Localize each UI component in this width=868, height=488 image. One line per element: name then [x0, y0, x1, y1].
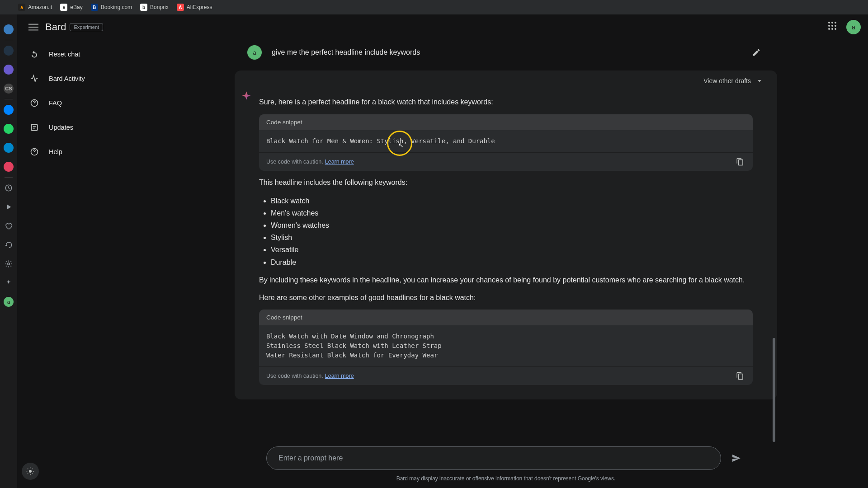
sidebar-item-label: Updates [49, 124, 73, 131]
view-other-drafts-button[interactable]: View other drafts [235, 70, 777, 88]
bard-spark-icon [240, 90, 253, 103]
keywords-list: Black watchMen's watchesWomen's watchesS… [271, 195, 753, 268]
disclaimer-text: Bard may display inaccurate or offensive… [396, 475, 616, 482]
code-content: Black Watch with Date Window and Chronog… [259, 325, 753, 366]
avatar[interactable]: a [846, 20, 861, 34]
sidebar-item-label: Bard Activity [49, 75, 85, 82]
svg-line-15 [28, 474, 28, 474]
bookmark-ebay[interactable]: eeBay [60, 4, 82, 11]
bookmark-aliexpress[interactable]: AAliExpress [177, 4, 212, 11]
keywords-intro: This headline includes the following key… [259, 177, 753, 188]
chevron-down-icon [755, 77, 764, 85]
bookmark-booking-com[interactable]: BBooking.com [91, 4, 132, 11]
reset-icon [30, 50, 39, 59]
sidebar-item-label: Reset chat [49, 51, 80, 58]
code-caution: Use code with caution. [266, 373, 323, 379]
bookmark-bonprix[interactable]: bBonprix [140, 4, 169, 11]
svg-line-12 [33, 474, 33, 474]
main: a give me the perfect headline include k… [144, 40, 868, 488]
app-whatsapp[interactable] [4, 124, 14, 134]
updates-icon [30, 123, 39, 132]
code-caution: Use code with caution. [266, 159, 323, 165]
copy-code-button[interactable] [735, 156, 745, 167]
app-cs[interactable]: CS [4, 84, 14, 94]
sidebar-item-bard-activity[interactable]: Bard Activity [24, 68, 137, 89]
app-bard[interactable]: a [4, 297, 14, 307]
header: Bard Experiment a [17, 14, 868, 40]
svg-point-8 [29, 470, 32, 473]
user-prompt-text: give me the perfect headline include key… [272, 48, 420, 56]
scrollbar-thumb[interactable] [773, 338, 775, 442]
keyword-item: Versatile [271, 244, 753, 256]
keyword-item: Women's watches [271, 219, 753, 231]
sidebar-item-help[interactable]: Help [24, 141, 137, 163]
app-strip: CSa [0, 14, 17, 488]
sidebar-item-reset-chat[interactable]: Reset chat [24, 43, 137, 65]
app-messenger[interactable] [4, 105, 14, 115]
keyword-item: Black watch [271, 195, 753, 207]
keyword-item: Men's watches [271, 207, 753, 219]
app-telegram[interactable] [4, 143, 14, 153]
faq-icon [30, 99, 39, 108]
svg-line-16 [33, 469, 33, 469]
heart-icon[interactable] [4, 221, 14, 231]
sidebar-item-updates[interactable]: Updates [24, 117, 137, 138]
drafts-label: View other drafts [703, 77, 751, 84]
sidebar-item-faq[interactable]: FAQ [24, 92, 137, 114]
svg-rect-6 [31, 124, 37, 130]
bookmark-bar: aAmazon.iteeBayBBooking.combBonprixAAliE… [0, 0, 868, 14]
keyword-item: Stylish [271, 231, 753, 244]
activity-icon [30, 74, 39, 83]
prompt-input[interactable]: Enter a prompt here [266, 446, 721, 470]
examples-intro: Here are some other examples of good hea… [259, 292, 753, 304]
menu-button[interactable] [24, 18, 42, 36]
conversation-thread: a give me the perfect headline include k… [235, 40, 777, 488]
play-icon[interactable] [4, 202, 14, 212]
svg-point-1 [8, 263, 10, 265]
svg-rect-3 [28, 27, 38, 28]
benefit-text: By including these keywords in the headl… [259, 275, 753, 286]
app-chatgpt[interactable] [4, 46, 14, 56]
user-turn: a give me the perfect headline include k… [235, 40, 777, 65]
gear-icon[interactable] [4, 259, 14, 269]
code-content: Black Watch for Men & Women: Stylish, Ve… [259, 130, 753, 152]
model-turn: View other drafts Sure, here is a perfec… [235, 70, 777, 399]
help-icon [30, 147, 39, 156]
sidebar: Reset chatBard ActivityFAQUpdatesHelp [17, 40, 144, 488]
learn-more-link[interactable]: Learn more [325, 373, 354, 379]
prompt-placeholder: Enter a prompt here [278, 454, 343, 462]
app-opera[interactable] [4, 24, 14, 34]
sparkle-icon[interactable] [4, 278, 14, 288]
code-snippet-header: Code snippet [259, 114, 753, 130]
code-snippet-1: Code snippet Black Watch for Men & Women… [259, 114, 753, 171]
google-apps-icon[interactable] [828, 22, 839, 33]
copy-code-button[interactable] [735, 371, 745, 381]
app-instagram[interactable] [4, 162, 14, 172]
experiment-badge: Experiment [70, 23, 103, 31]
edit-prompt-button[interactable] [748, 44, 764, 61]
app-cortana[interactable] [4, 65, 14, 75]
learn-more-link[interactable]: Learn more [325, 159, 354, 165]
brand-title: Bard [45, 21, 66, 33]
bookmark-amazon-it[interactable]: aAmazon.it [18, 4, 52, 11]
sidebar-item-label: FAQ [49, 99, 62, 107]
code-snippet-2: Code snippet Black Watch with Date Windo… [259, 310, 753, 385]
history-icon[interactable] [4, 240, 14, 250]
prompt-area: Enter a prompt here [266, 446, 745, 470]
response-intro: Sure, here is a perfect headline for a b… [259, 97, 753, 108]
theme-toggle-button[interactable] [22, 463, 39, 480]
annotation-cursor: ↖ [398, 141, 404, 149]
code-snippet-header: Code snippet [259, 310, 753, 325]
user-avatar: a [247, 45, 262, 60]
clock-icon[interactable] [4, 183, 14, 193]
send-button[interactable] [727, 449, 745, 467]
model-body: Sure, here is a perfect headline for a b… [235, 88, 777, 385]
keyword-item: Durable [271, 256, 753, 268]
svg-line-11 [28, 469, 28, 469]
svg-rect-4 [28, 30, 38, 31]
svg-rect-2 [28, 24, 38, 25]
sidebar-item-label: Help [49, 148, 62, 155]
